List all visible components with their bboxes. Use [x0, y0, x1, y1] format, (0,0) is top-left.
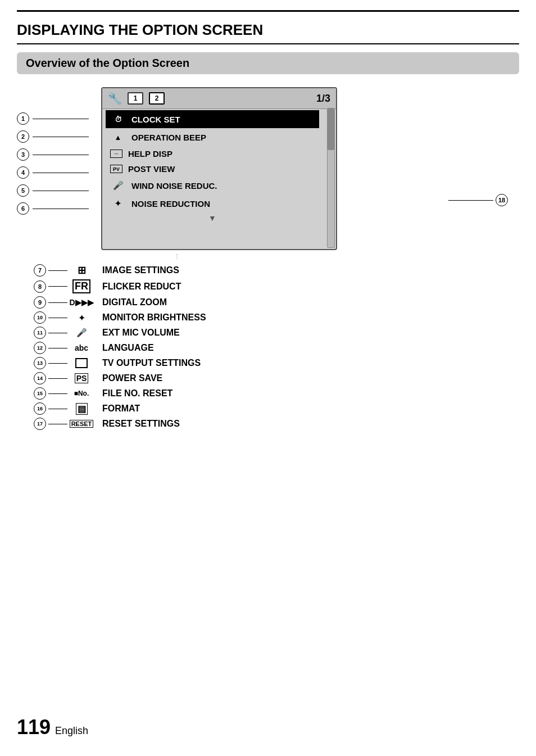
item-18-label: 18 — [448, 194, 508, 206]
icon-reset-settings: RESET — [67, 420, 96, 428]
below-row-11: 11 🎤 EXT MIC VOLUME — [34, 327, 502, 339]
menu-item-noise-reduction: ✦ NOISE REDUCTION — [106, 194, 319, 212]
line-7 — [48, 270, 67, 271]
icon-format: ▤ — [67, 403, 96, 415]
mic-icon: 🎤 — [76, 328, 87, 338]
brightness-icon: ✦ — [78, 313, 85, 323]
below-row-15: 15 ■No. FILE NO. RESET — [34, 387, 502, 400]
below-num-8: 8 — [34, 280, 67, 293]
below-num-16: 16 — [34, 402, 67, 415]
language-label: LANGUAGE — [102, 343, 154, 353]
dots-connector: ⋮ — [174, 253, 181, 259]
page-number: 119 — [17, 716, 51, 739]
below-num-13: 13 — [34, 357, 67, 369]
image-settings-label: IMAGE SETTINGS — [102, 265, 179, 275]
line-12 — [48, 348, 67, 348]
num-circle-5: 5 — [17, 184, 29, 197]
icon-image-settings: ⊞ — [67, 264, 96, 277]
digital-zoom-label: DIGITAL ZOOM — [102, 297, 167, 307]
num-circle-3: 3 — [17, 148, 29, 161]
num-circle-18: 18 — [496, 194, 508, 206]
line-13 — [48, 363, 67, 364]
num-circle-16: 16 — [34, 402, 46, 415]
menu-item-clock-set: ⏱ CLOCK SET — [106, 110, 319, 128]
below-row-10: 10 ✦ MONITOR BRIGHTNESS — [34, 311, 502, 324]
page-language: English — [55, 725, 88, 737]
num-circle-8: 8 — [34, 280, 46, 293]
image-settings-icon: ⊞ — [78, 264, 86, 277]
camera-screen: 🔧 1 2 1/3 ⏱ CLOCK SET ▲ OPERATION BEEP ·… — [101, 87, 337, 250]
noise-reduction-label: NOISE REDUCTION — [131, 199, 210, 209]
left-label-2: 2 — [17, 128, 89, 146]
page-indicator: 1/3 — [316, 93, 330, 105]
icon-power-save: PS — [67, 373, 96, 383]
below-row-17: 17 RESET RESET SETTINGS — [34, 418, 502, 430]
line-3 — [33, 155, 89, 155]
fr-icon: FR — [72, 279, 90, 293]
page-title: DISPLAYING THE OPTION SCREEN — [17, 16, 519, 44]
line-11 — [48, 333, 67, 333]
pv-icon: PV — [110, 165, 122, 173]
line-1 — [33, 119, 89, 119]
file-no-reset-label: FILE NO. RESET — [102, 388, 172, 399]
screen-top-bar: 🔧 1 2 1/3 — [102, 88, 336, 109]
icon-digital-zoom: D▶▶▶ — [67, 298, 96, 307]
line-5 — [33, 191, 89, 191]
line-9 — [48, 302, 67, 303]
footer: 119 English — [17, 716, 88, 739]
left-label-5: 5 — [17, 182, 89, 200]
line-16 — [48, 409, 67, 409]
left-label-3: 3 — [17, 146, 89, 164]
below-num-10: 10 — [34, 311, 67, 324]
menu-item-help-disp: ··· HELP DISP — [106, 146, 319, 161]
below-items-section: 7 ⊞ IMAGE SETTINGS 8 FR FLICKER REDUCT 9… — [34, 264, 502, 433]
page-top-border — [17, 10, 519, 12]
subtitle-text: Overview of the Option Screen — [26, 57, 189, 69]
operation-beep-label: OPERATION BEEP — [131, 133, 206, 142]
line-10 — [48, 318, 67, 318]
below-num-12: 12 — [34, 342, 67, 354]
left-label-1: 1 — [17, 110, 89, 128]
wind-icon: 🎤 — [110, 179, 126, 192]
below-row-7: 7 ⊞ IMAGE SETTINGS — [34, 264, 502, 277]
noise-icon: ✦ — [110, 197, 126, 210]
format-label: FORMAT — [102, 404, 140, 414]
help-disp-label: HELP DISP — [128, 149, 172, 159]
below-num-17: 17 — [34, 418, 67, 430]
help-icon: ··· — [110, 150, 122, 158]
tab-1: 1 — [128, 92, 143, 105]
scroll-thumb — [328, 108, 334, 150]
below-row-9: 9 D▶▶▶ DIGITAL ZOOM — [34, 296, 502, 309]
num-circle-1: 1 — [17, 112, 29, 125]
left-label-4: 4 — [17, 164, 89, 182]
subtitle-bar: Overview of the Option Screen — [17, 52, 519, 74]
left-labels-section: 1 2 3 4 5 6 — [17, 110, 89, 218]
num-circle-10: 10 — [34, 311, 46, 324]
below-num-14: 14 — [34, 372, 67, 384]
below-num-11: 11 — [34, 327, 67, 339]
line-8 — [48, 286, 67, 287]
flicker-reduct-label: FLICKER REDUCT — [102, 282, 181, 292]
num-circle-4: 4 — [17, 166, 29, 179]
menu-item-operation-beep: ▲ OPERATION BEEP — [106, 128, 319, 146]
monitor-brightness-label: MONITOR BRIGHTNESS — [102, 313, 206, 323]
file-no-icon: ■No. — [74, 390, 89, 397]
left-label-6: 6 — [17, 200, 89, 218]
num-circle-6: 6 — [17, 202, 29, 215]
below-row-13: 13 TV OUTPUT SETTINGS — [34, 357, 502, 369]
line-18 — [448, 200, 493, 201]
icon-tv-output — [67, 358, 96, 368]
line-14 — [48, 378, 67, 379]
below-row-12: 12 abc LANGUAGE — [34, 342, 502, 354]
num-circle-7: 7 — [34, 264, 46, 277]
scrollbar — [327, 108, 335, 248]
num-circle-11: 11 — [34, 327, 46, 339]
wind-noise-label: WIND NOISE REDUC. — [131, 181, 217, 191]
icon-ext-mic: 🎤 — [67, 328, 96, 338]
below-num-7: 7 — [34, 264, 67, 277]
language-icon: abc — [75, 343, 88, 352]
reset-icon: RESET — [70, 420, 94, 428]
below-num-15: 15 — [34, 387, 67, 400]
icon-file-no-reset: ■No. — [67, 390, 96, 397]
line-6 — [33, 209, 89, 209]
